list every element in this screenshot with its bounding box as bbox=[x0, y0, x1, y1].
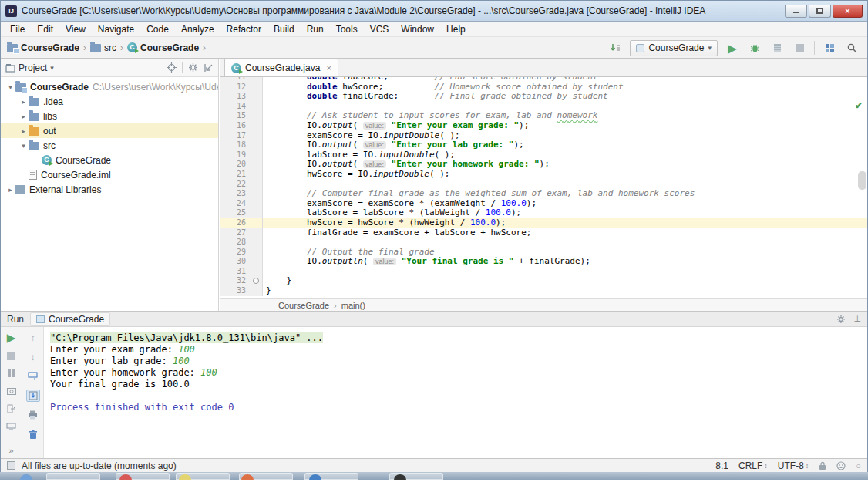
run-tab[interactable]: CourseGrade bbox=[30, 312, 110, 326]
project-settings-button[interactable] bbox=[188, 62, 198, 73]
tree-item-idea[interactable]: ▸.idea bbox=[1, 94, 218, 109]
menu-item-file[interactable]: File bbox=[4, 24, 31, 35]
menu-item-run[interactable]: Run bbox=[301, 24, 330, 35]
menu-item-refactor[interactable]: Refactor bbox=[220, 24, 267, 35]
code-line[interactable]: 27 finalGrade = examScore + labScore + h… bbox=[220, 228, 867, 238]
tree-item-external-libraries[interactable]: ▸External Libraries bbox=[1, 182, 218, 197]
tree-item-coursegrade[interactable]: CourseGrade bbox=[1, 153, 218, 167]
app-icon-yellow[interactable] bbox=[179, 474, 191, 480]
search-everywhere-button[interactable] bbox=[844, 40, 860, 56]
background-tasks-icon[interactable]: ○ bbox=[856, 461, 861, 470]
code-line[interactable]: 31 bbox=[220, 267, 867, 277]
editor-breadcrumb-item-coursegrade[interactable]: CourseGrade bbox=[278, 301, 329, 310]
show-console-history-button[interactable] bbox=[5, 421, 19, 432]
hide-project-panel-button[interactable] bbox=[204, 63, 214, 73]
tree-item-src[interactable]: ▾src bbox=[1, 138, 218, 153]
tree-item-coursegrade[interactable]: ▾CourseGradeC:\Users\user\Work\Курсы\Ude… bbox=[1, 79, 218, 94]
close-button[interactable]: × bbox=[833, 5, 863, 18]
breadcrumb-item-src[interactable]: src bbox=[90, 42, 116, 53]
highlighting-level-button[interactable] bbox=[836, 461, 846, 470]
chevron-expanded-icon[interactable]: ▾ bbox=[19, 142, 29, 150]
scroll-to-end-button[interactable] bbox=[26, 390, 40, 402]
menu-item-navigate[interactable]: Navigate bbox=[92, 24, 140, 35]
run-configuration-select[interactable]: CourseGrade ▾ bbox=[630, 40, 718, 56]
projects-grid-button[interactable] bbox=[822, 40, 837, 56]
close-tab-icon[interactable]: × bbox=[326, 63, 331, 73]
menu-item-help[interactable]: Help bbox=[440, 24, 472, 35]
breadcrumb: CourseGrade›src›CourseGrade› bbox=[7, 42, 210, 53]
readonly-toggle-button[interactable] bbox=[819, 461, 826, 470]
fold-marker-icon[interactable] bbox=[253, 278, 259, 284]
fold-column bbox=[251, 199, 263, 209]
menu-item-window[interactable]: Window bbox=[395, 24, 440, 35]
menu-item-build[interactable]: Build bbox=[267, 24, 301, 35]
tree-item-coursegrade-iml[interactable]: CourseGrade.iml bbox=[1, 167, 218, 182]
menu-item-edit[interactable]: Edit bbox=[31, 24, 59, 35]
debug-button[interactable] bbox=[747, 40, 762, 56]
editor-tab[interactable]: CourseGrade.java × bbox=[224, 59, 338, 76]
tree-item-label: src bbox=[43, 140, 56, 151]
run-settings-button[interactable] bbox=[836, 315, 846, 324]
app-icon-orange[interactable] bbox=[241, 474, 254, 480]
hide-run-panel-button[interactable]: ⊥ bbox=[853, 314, 861, 324]
line-ending-widget[interactable]: CRLF↕ bbox=[738, 460, 768, 471]
detach-console-button[interactable] bbox=[5, 403, 19, 414]
run-console[interactable]: "C:\Program Files\Java\jdk1.8.0_131\bin\… bbox=[44, 327, 867, 458]
run-header-tools: ⊥ bbox=[836, 314, 861, 324]
app-icon-red[interactable] bbox=[119, 474, 132, 480]
menu-item-code[interactable]: Code bbox=[140, 24, 175, 35]
rerun-button[interactable]: ▶ bbox=[5, 332, 19, 343]
menu-item-analyze[interactable]: Analyze bbox=[175, 24, 220, 35]
tree-item-libs[interactable]: ▸libs bbox=[1, 109, 218, 123]
chevron-collapsed-icon[interactable]: ▸ bbox=[19, 127, 29, 135]
code-line[interactable]: 30 IO.outputln( value: "Your final grade… bbox=[220, 257, 867, 267]
pause-output-button[interactable] bbox=[5, 368, 19, 379]
menu-item-tools[interactable]: Tools bbox=[330, 24, 364, 35]
inspections-ok-icon[interactable]: ✔ bbox=[855, 100, 863, 111]
thread-dump-button[interactable] bbox=[5, 386, 19, 396]
encoding-widget[interactable]: UTF-8↕ bbox=[778, 460, 809, 471]
code-token: "Your final grade is " bbox=[402, 256, 514, 266]
minimize-button[interactable] bbox=[785, 5, 807, 18]
windows-taskbar[interactable] bbox=[0, 472, 868, 480]
editor-breadcrumb-item-main[interactable]: main() bbox=[341, 301, 365, 310]
file-icon bbox=[29, 170, 37, 180]
toolwindow-toggle-icon[interactable] bbox=[7, 461, 15, 470]
run-button[interactable]: ▶ bbox=[725, 40, 740, 56]
project-view-chevron-icon[interactable]: ▾ bbox=[50, 64, 54, 72]
clear-console-button[interactable] bbox=[26, 428, 40, 440]
maximize-button[interactable] bbox=[809, 5, 831, 18]
trash-icon bbox=[29, 430, 38, 440]
update-project-button[interactable] bbox=[607, 40, 623, 56]
show-options-button[interactable]: » bbox=[8, 446, 13, 455]
chevron-collapsed-icon[interactable]: ▸ bbox=[19, 98, 29, 106]
up-stack-trace-button[interactable]: ↑ bbox=[26, 332, 40, 344]
editor-scrollbar[interactable] bbox=[858, 171, 866, 190]
soft-wrap-button[interactable] bbox=[26, 370, 40, 383]
chevron-expanded-icon[interactable]: ▾ bbox=[5, 83, 15, 91]
down-stack-trace-button[interactable]: ↓ bbox=[26, 351, 40, 363]
code-line[interactable]: 21 hwScore = IO.inputDouble( ); bbox=[220, 170, 867, 180]
app-icon-black[interactable] bbox=[394, 474, 406, 480]
menu-item-vcs[interactable]: VCS bbox=[364, 24, 395, 35]
locate-file-button[interactable] bbox=[167, 62, 177, 73]
coverage-button[interactable] bbox=[769, 40, 785, 56]
tree-item-out[interactable]: ▸out bbox=[1, 123, 218, 138]
chevron-collapsed-icon[interactable]: ▸ bbox=[19, 113, 29, 120]
stop-process-button[interactable] bbox=[5, 350, 19, 361]
code-line[interactable]: 33} bbox=[220, 286, 867, 296]
taskbar-button[interactable] bbox=[46, 473, 100, 480]
caret-position-widget[interactable]: 8:1 bbox=[715, 460, 728, 471]
chevron-collapsed-icon[interactable]: ▸ bbox=[5, 186, 15, 194]
code-token: nomework bbox=[557, 110, 598, 120]
start-orb[interactable] bbox=[20, 474, 32, 480]
code-line[interactable]: 32 } bbox=[220, 276, 867, 286]
app-icon-blue[interactable] bbox=[309, 474, 321, 480]
breadcrumb-item-coursegrade[interactable]: CourseGrade bbox=[7, 42, 79, 53]
code-line[interactable]: 13 double finalGrade; // Final grade obt… bbox=[220, 92, 867, 102]
print-console-button[interactable] bbox=[26, 409, 40, 421]
menu-item-view[interactable]: View bbox=[59, 24, 92, 35]
stop-button[interactable] bbox=[792, 40, 807, 56]
breadcrumb-item-coursegrade[interactable]: CourseGrade bbox=[127, 42, 199, 53]
code-editor[interactable]: 11 double labScore; // Lab score obtaine… bbox=[220, 77, 867, 298]
